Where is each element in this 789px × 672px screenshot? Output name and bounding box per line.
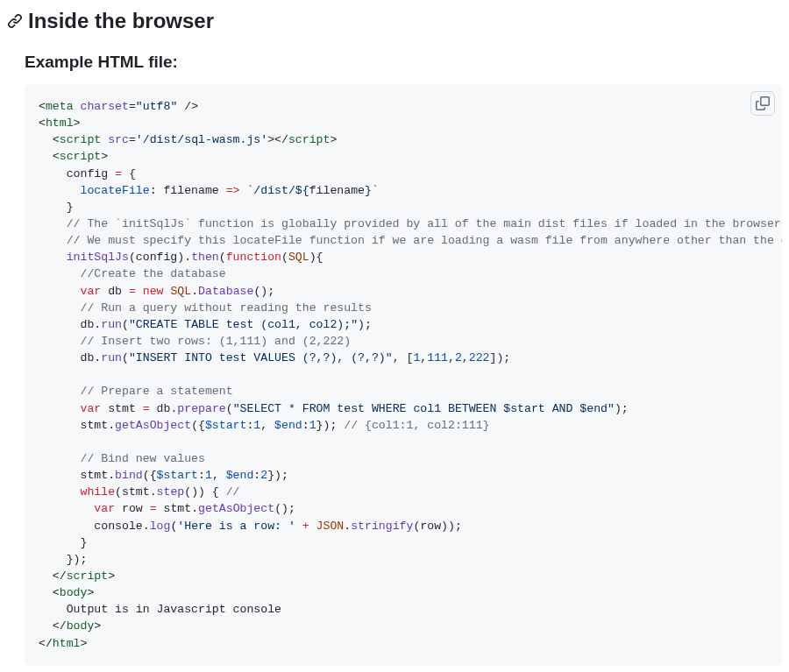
section-heading: Inside the browser <box>7 9 782 37</box>
copy-icon <box>756 96 770 110</box>
code-content: <meta charset="utf8" /> <html> <script s… <box>39 98 768 652</box>
section-heading-text: Inside the browser <box>28 9 214 33</box>
copy-button[interactable] <box>750 91 775 116</box>
link-icon[interactable] <box>7 13 23 29</box>
example-subheading: Example HTML file: <box>25 53 782 72</box>
code-block: <meta charset="utf8" /> <html> <script s… <box>25 84 782 666</box>
